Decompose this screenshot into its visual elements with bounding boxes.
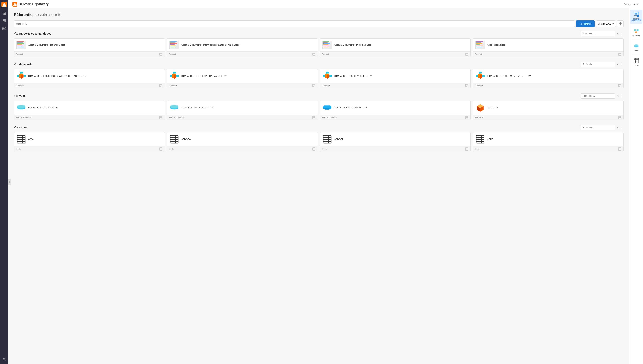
vues-header: Vos vues ✕ ⋮ bbox=[14, 93, 624, 98]
datamart-detail-icon-2 bbox=[312, 84, 316, 87]
rapport-detail-icon-2 bbox=[312, 52, 316, 56]
vue-title-1: BALANCE_STRUCTURE_DV bbox=[28, 106, 58, 109]
datamart-card-4[interactable]: DTM_ASSET_RETIREMENT_VALUES_DV Datamart bbox=[473, 69, 624, 88]
tables-search-close[interactable]: ✕ bbox=[616, 126, 619, 129]
datamart-title-3: DTM_ASSET_HISTORY_SHEET_DV bbox=[334, 74, 372, 78]
svg-rect-154 bbox=[634, 12, 636, 14]
svg-point-2 bbox=[4, 4, 6, 6]
rapport-card-body-2: Account Documents - Intermediate Managem… bbox=[167, 38, 318, 51]
app-name: BI Smart Repository bbox=[19, 2, 48, 6]
vue-title-3: CLASS_CHARACTERISTIC_DV bbox=[334, 106, 367, 109]
search-button[interactable]: Rechercher bbox=[576, 20, 594, 27]
datamart-footer-1: Datamart bbox=[14, 83, 164, 88]
right-sidebar-tables[interactable]: Tables bbox=[630, 56, 642, 68]
datamarts-search-close[interactable]: ✕ bbox=[616, 63, 619, 66]
content-area: Référentiel de votre société Rechercher … bbox=[8, 8, 629, 364]
datamart-card-2[interactable]: DTM_ASSET_DEPRECIATION_VALUES_DV Datamar… bbox=[167, 69, 318, 88]
table-card-acdoca[interactable]: ACDOCA Table bbox=[167, 132, 318, 152]
vues-search-close[interactable]: ✕ bbox=[616, 94, 619, 98]
datamart-title-2: DTM_ASSET_DEPRECIATION_VALUES_DV bbox=[181, 74, 227, 78]
svg-rect-3 bbox=[3, 20, 4, 20]
right-sidebar-rapports[interactable]: ↗ Rapports & Sémantiques bbox=[630, 10, 642, 24]
sidebar-user-icon[interactable] bbox=[1, 356, 7, 362]
rapport-card-body: Account Documents - Balance Sheet bbox=[14, 38, 164, 51]
datamarts-controls: ✕ ⋮ bbox=[580, 62, 624, 67]
datamart-detail-icon-3 bbox=[465, 84, 468, 87]
right-sidebar-divider-2 bbox=[632, 40, 640, 40]
tables-search[interactable] bbox=[580, 125, 615, 130]
vue-card-cosp[interactable]: COSP_DV Vue de fait bbox=[473, 100, 624, 120]
datamarts-search[interactable] bbox=[580, 62, 615, 67]
table-card-a304[interactable]: A304 Table bbox=[14, 132, 165, 152]
datamart-icon-4 bbox=[475, 71, 485, 81]
rapport-footer-2: Rapport bbox=[167, 51, 318, 57]
table-footer-acdocp: Table bbox=[320, 146, 470, 152]
version-select[interactable]: Version 2.4.0 bbox=[596, 20, 616, 27]
vue-title-2: CHARACTERISTIC_LABEL_DV bbox=[181, 106, 214, 109]
svg-point-7 bbox=[4, 28, 5, 29]
table-icon-acdocp bbox=[322, 134, 332, 144]
datamart-footer-3: Datamart bbox=[320, 83, 470, 88]
rapports-search-close[interactable]: ✕ bbox=[616, 32, 619, 36]
datamart-detail-icon-4 bbox=[618, 84, 622, 87]
datamart-card-1[interactable]: DTM_ASSET_COMPARISON_ACTUALS_PLANNED_DV … bbox=[14, 69, 165, 88]
datamarts-more-button[interactable]: ⋮ bbox=[620, 62, 624, 66]
table-card-acdocp[interactable]: ACDOCP Table bbox=[320, 132, 471, 152]
search-bar: Rechercher Version 2.4.0 bbox=[14, 20, 624, 27]
grid-toggle-button[interactable] bbox=[617, 20, 624, 27]
vue-card-3[interactable]: CLASS_CHARACTERISTIC_DV Vue de dimension bbox=[320, 100, 471, 120]
search-input[interactable] bbox=[14, 20, 575, 27]
tables-grid: A304 Table bbox=[14, 132, 624, 152]
datamart-card-3[interactable]: DTM_ASSET_HISTORY_SHEET_DV Datamart bbox=[320, 69, 471, 88]
right-sidebar-vues[interactable]: Vues bbox=[630, 41, 642, 53]
table-icon-adr6 bbox=[475, 134, 485, 144]
rapport-card-intermediate[interactable]: Account Documents - Intermediate Managem… bbox=[167, 38, 318, 57]
table-footer-adr6: Table bbox=[473, 146, 624, 152]
vue-icon-cosp bbox=[475, 103, 485, 112]
app-title: BI Smart Repository bbox=[12, 2, 48, 6]
collapse-sidebar-button[interactable] bbox=[8, 178, 11, 186]
right-sidebar: ↗ Rapports & Sémantiques Datamarts bbox=[629, 8, 643, 364]
svg-text:↗: ↗ bbox=[637, 16, 638, 17]
rapport-card-balance-sheet[interactable]: Account Documents - Balance Sheet Rappor… bbox=[14, 38, 165, 57]
datamart-icon-3 bbox=[322, 71, 332, 81]
svg-rect-4 bbox=[4, 20, 6, 20]
tables-more-button[interactable]: ⋮ bbox=[620, 126, 624, 130]
svg-point-86 bbox=[17, 104, 26, 108]
rapports-search[interactable] bbox=[580, 31, 615, 36]
svg-rect-155 bbox=[636, 13, 637, 14]
rapports-title: Vos rapports et sémantiques bbox=[14, 32, 51, 35]
sidebar-camera-icon[interactable] bbox=[1, 25, 7, 32]
vue-card-2[interactable]: CHARACTERISTIC_LABEL_DV Vue de dimension bbox=[167, 100, 318, 120]
rapport-card-body-4: Aged Receivables bbox=[473, 38, 624, 51]
tables-section: Vos tables ✕ ⋮ bbox=[14, 125, 624, 152]
vue-footer-3: Vue de dimension bbox=[320, 114, 470, 120]
right-sidebar-datamarts[interactable]: Datamarts bbox=[630, 26, 642, 38]
sidebar-chart-icon[interactable] bbox=[1, 18, 7, 24]
vue-detail-icon-cosp bbox=[618, 116, 622, 119]
rapports-more-button[interactable]: ⋮ bbox=[620, 32, 624, 36]
datamart-footer-2: Datamart bbox=[167, 83, 318, 88]
rapport-detail-icon bbox=[159, 52, 162, 56]
vues-search[interactable] bbox=[580, 93, 615, 98]
rapport-thumbnail-2 bbox=[170, 40, 179, 49]
svg-rect-167 bbox=[634, 58, 638, 63]
vues-more-button[interactable]: ⋮ bbox=[620, 94, 624, 98]
svg-rect-13 bbox=[620, 22, 622, 24]
table-detail-icon-adr6 bbox=[618, 148, 622, 150]
vue-card-1[interactable]: BALANCE_STRUCTURE_DV Vue de dimension bbox=[14, 100, 165, 120]
rapport-card-body-3: Account Documents - Profit and Loss bbox=[320, 38, 470, 51]
rapport-thumbnail bbox=[16, 40, 26, 49]
svg-point-11 bbox=[15, 4, 17, 6]
sidebar-home-icon[interactable] bbox=[1, 10, 7, 16]
rapport-title-3: Account Documents - Profit and Loss bbox=[334, 44, 371, 46]
rapport-card-profit-loss[interactable]: Account Documents - Profit and Loss Rapp… bbox=[320, 38, 471, 57]
rapports-section: Vos rapports et sémantiques ✕ ⋮ bbox=[14, 31, 624, 57]
top-bar: BI Smart Repository Antoine Dupuis bbox=[8, 0, 643, 8]
vue-detail-icon-3 bbox=[465, 116, 468, 119]
datamarts-title: Vos datamarts bbox=[14, 63, 32, 66]
rapport-card-aged-receivables[interactable]: Aged Receivables Rapport bbox=[473, 38, 624, 57]
vue-footer-2: Vue de dimension bbox=[167, 114, 318, 120]
vues-title: Vos vues bbox=[14, 94, 26, 98]
table-card-adr6[interactable]: ADR6 Table bbox=[473, 132, 624, 152]
